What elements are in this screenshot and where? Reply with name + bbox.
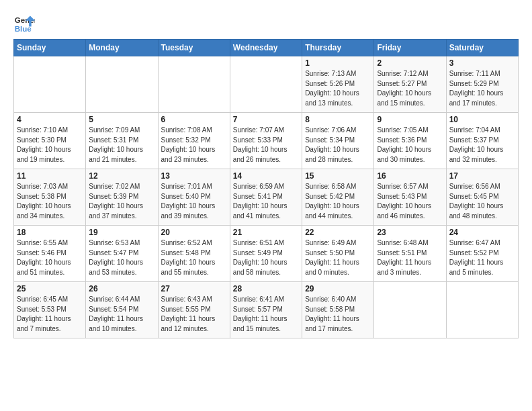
weekday-header-monday: Monday: [86, 40, 158, 56]
page: General Blue SundayMondayTuesdayWednesda…: [0, 0, 532, 345]
weekday-header-wednesday: Wednesday: [230, 40, 302, 56]
day-number: 13: [161, 171, 227, 181]
calendar-cell: [86, 56, 158, 113]
day-info: Sunrise: 6:58 AM Sunset: 5:42 PM Dayligh…: [305, 182, 371, 221]
day-info: Sunrise: 7:07 AM Sunset: 5:33 PM Dayligh…: [233, 126, 299, 165]
calendar-cell: 14Sunrise: 6:59 AM Sunset: 5:41 PM Dayli…: [230, 169, 302, 226]
calendar-cell: 29Sunrise: 6:40 AM Sunset: 5:58 PM Dayli…: [302, 282, 374, 338]
day-info: Sunrise: 7:06 AM Sunset: 5:34 PM Dayligh…: [305, 126, 371, 165]
calendar-cell: 17Sunrise: 6:56 AM Sunset: 5:45 PM Dayli…: [446, 169, 518, 226]
day-info: Sunrise: 6:48 AM Sunset: 5:51 PM Dayligh…: [377, 238, 443, 277]
day-number: 22: [305, 228, 371, 237]
calendar-cell: 6Sunrise: 7:08 AM Sunset: 5:32 PM Daylig…: [158, 113, 230, 169]
day-info: Sunrise: 7:03 AM Sunset: 5:38 PM Dayligh…: [17, 182, 83, 221]
calendar-cell: [374, 282, 446, 338]
day-info: Sunrise: 6:53 AM Sunset: 5:47 PM Dayligh…: [89, 238, 154, 277]
day-info: Sunrise: 6:59 AM Sunset: 5:41 PM Dayligh…: [233, 182, 299, 221]
day-number: 20: [161, 228, 227, 237]
calendar-cell: 27Sunrise: 6:43 AM Sunset: 5:55 PM Dayli…: [158, 282, 230, 338]
calendar-cell: 13Sunrise: 7:01 AM Sunset: 5:40 PM Dayli…: [158, 169, 230, 226]
calendar-week-row: 1Sunrise: 7:13 AM Sunset: 5:26 PM Daylig…: [14, 56, 519, 113]
day-info: Sunrise: 6:45 AM Sunset: 5:53 PM Dayligh…: [17, 295, 83, 334]
logo-icon: General Blue: [13, 13, 35, 35]
day-info: Sunrise: 6:57 AM Sunset: 5:43 PM Dayligh…: [377, 182, 443, 221]
day-number: 29: [305, 284, 371, 293]
day-number: 10: [449, 115, 515, 124]
day-number: 7: [233, 115, 299, 124]
calendar-cell: 12Sunrise: 7:02 AM Sunset: 5:39 PM Dayli…: [86, 169, 158, 226]
calendar-cell: 5Sunrise: 7:09 AM Sunset: 5:31 PM Daylig…: [86, 113, 158, 169]
day-number: 27: [161, 284, 227, 293]
calendar-cell: 24Sunrise: 6:47 AM Sunset: 5:52 PM Dayli…: [446, 226, 518, 282]
calendar-cell: 2Sunrise: 7:12 AM Sunset: 5:27 PM Daylig…: [374, 56, 446, 113]
calendar-cell: 16Sunrise: 6:57 AM Sunset: 5:43 PM Dayli…: [374, 169, 446, 226]
day-number: 28: [233, 284, 299, 293]
logo: General Blue: [13, 13, 35, 35]
calendar-cell: 20Sunrise: 6:52 AM Sunset: 5:48 PM Dayli…: [158, 226, 230, 282]
day-info: Sunrise: 7:13 AM Sunset: 5:26 PM Dayligh…: [305, 69, 371, 108]
calendar-cell: 9Sunrise: 7:05 AM Sunset: 5:36 PM Daylig…: [374, 113, 446, 169]
day-number: 12: [89, 171, 154, 181]
day-number: 24: [449, 228, 515, 237]
weekday-header-saturday: Saturday: [446, 40, 518, 56]
day-number: 2: [377, 58, 443, 68]
calendar-week-row: 4Sunrise: 7:10 AM Sunset: 5:30 PM Daylig…: [14, 113, 519, 169]
calendar-cell: 3Sunrise: 7:11 AM Sunset: 5:29 PM Daylig…: [446, 56, 518, 113]
day-number: 21: [233, 228, 299, 237]
day-info: Sunrise: 7:10 AM Sunset: 5:30 PM Dayligh…: [17, 126, 83, 165]
calendar-cell: 15Sunrise: 6:58 AM Sunset: 5:42 PM Dayli…: [302, 169, 374, 226]
calendar-cell: [230, 56, 302, 113]
weekday-header-thursday: Thursday: [302, 40, 374, 56]
day-info: Sunrise: 7:04 AM Sunset: 5:37 PM Dayligh…: [449, 126, 515, 165]
weekday-header-sunday: Sunday: [14, 40, 86, 56]
day-info: Sunrise: 6:44 AM Sunset: 5:54 PM Dayligh…: [89, 295, 154, 334]
calendar-cell: 10Sunrise: 7:04 AM Sunset: 5:37 PM Dayli…: [446, 113, 518, 169]
day-number: 8: [305, 115, 371, 124]
weekday-header-tuesday: Tuesday: [158, 40, 230, 56]
calendar-cell: 1Sunrise: 7:13 AM Sunset: 5:26 PM Daylig…: [302, 56, 374, 113]
weekday-header-friday: Friday: [374, 40, 446, 56]
day-number: 4: [17, 115, 83, 124]
day-number: 14: [233, 171, 299, 181]
day-number: 11: [17, 171, 83, 181]
calendar-cell: 7Sunrise: 7:07 AM Sunset: 5:33 PM Daylig…: [230, 113, 302, 169]
day-number: 16: [377, 171, 443, 181]
calendar-cell: 22Sunrise: 6:49 AM Sunset: 5:50 PM Dayli…: [302, 226, 374, 282]
day-info: Sunrise: 7:08 AM Sunset: 5:32 PM Dayligh…: [161, 126, 227, 165]
day-number: 17: [449, 171, 515, 181]
day-info: Sunrise: 7:09 AM Sunset: 5:31 PM Dayligh…: [89, 126, 154, 165]
calendar-cell: 21Sunrise: 6:51 AM Sunset: 5:49 PM Dayli…: [230, 226, 302, 282]
calendar-cell: 4Sunrise: 7:10 AM Sunset: 5:30 PM Daylig…: [14, 113, 86, 169]
header: General Blue: [13, 11, 519, 35]
day-info: Sunrise: 6:55 AM Sunset: 5:46 PM Dayligh…: [17, 238, 83, 277]
day-info: Sunrise: 7:12 AM Sunset: 5:27 PM Dayligh…: [377, 69, 443, 108]
day-number: 5: [89, 115, 154, 124]
calendar-header-row: SundayMondayTuesdayWednesdayThursdayFrid…: [14, 40, 519, 56]
calendar-table: SundayMondayTuesdayWednesdayThursdayFrid…: [13, 39, 519, 338]
day-number: 25: [17, 284, 83, 293]
calendar-cell: [158, 56, 230, 113]
day-info: Sunrise: 6:49 AM Sunset: 5:50 PM Dayligh…: [305, 238, 371, 277]
day-number: 18: [17, 228, 83, 237]
day-number: 19: [89, 228, 154, 237]
calendar-week-row: 18Sunrise: 6:55 AM Sunset: 5:46 PM Dayli…: [14, 226, 519, 282]
day-info: Sunrise: 7:01 AM Sunset: 5:40 PM Dayligh…: [161, 182, 227, 221]
day-number: 15: [305, 171, 371, 181]
day-info: Sunrise: 7:05 AM Sunset: 5:36 PM Dayligh…: [377, 126, 443, 165]
day-info: Sunrise: 6:51 AM Sunset: 5:49 PM Dayligh…: [233, 238, 299, 277]
day-number: 6: [161, 115, 227, 124]
day-info: Sunrise: 7:02 AM Sunset: 5:39 PM Dayligh…: [89, 182, 154, 221]
calendar-body: 1Sunrise: 7:13 AM Sunset: 5:26 PM Daylig…: [14, 56, 519, 338]
day-number: 1: [305, 58, 371, 68]
calendar-cell: [14, 56, 86, 113]
calendar-week-row: 11Sunrise: 7:03 AM Sunset: 5:38 PM Dayli…: [14, 169, 519, 226]
calendar-cell: 8Sunrise: 7:06 AM Sunset: 5:34 PM Daylig…: [302, 113, 374, 169]
calendar-cell: 28Sunrise: 6:41 AM Sunset: 5:57 PM Dayli…: [230, 282, 302, 338]
calendar-cell: [446, 282, 518, 338]
calendar-cell: 26Sunrise: 6:44 AM Sunset: 5:54 PM Dayli…: [86, 282, 158, 338]
day-info: Sunrise: 6:43 AM Sunset: 5:55 PM Dayligh…: [161, 295, 227, 334]
day-number: 26: [89, 284, 154, 293]
day-info: Sunrise: 6:40 AM Sunset: 5:58 PM Dayligh…: [305, 295, 371, 334]
day-info: Sunrise: 6:52 AM Sunset: 5:48 PM Dayligh…: [161, 238, 227, 277]
day-number: 3: [449, 58, 515, 68]
